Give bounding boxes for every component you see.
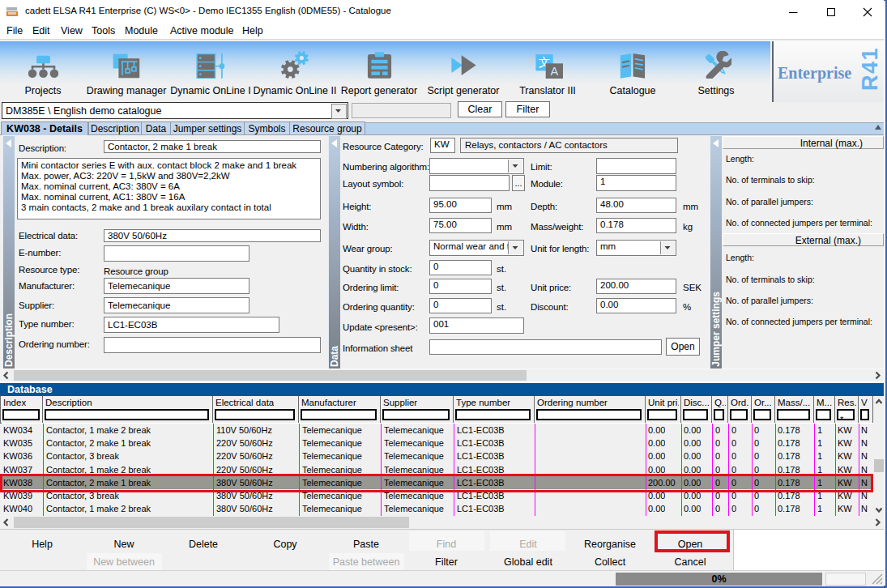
svg-text:A: A: [550, 65, 558, 78]
